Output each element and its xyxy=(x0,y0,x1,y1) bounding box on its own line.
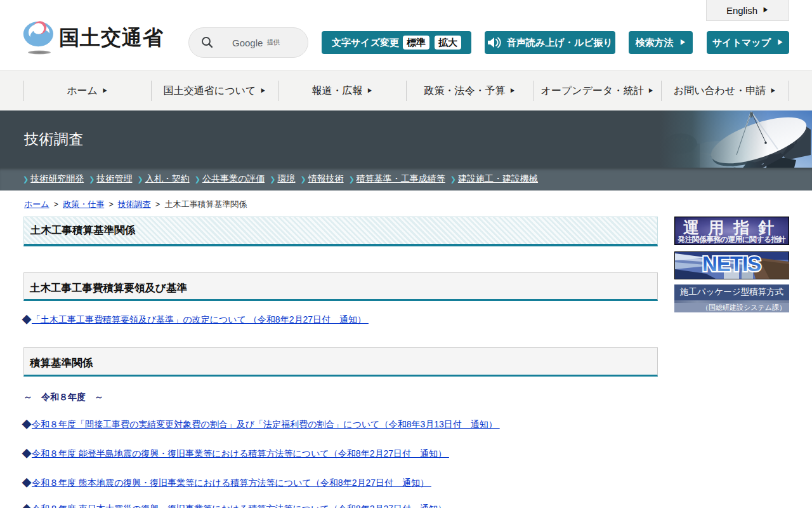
svg-text:NETIS: NETIS xyxy=(702,252,761,276)
svg-text:発注関係事務の運用に関する指針: 発注関係事務の運用に関する指針 xyxy=(678,235,786,244)
svg-text:運用指針: 運用指針 xyxy=(683,219,783,236)
